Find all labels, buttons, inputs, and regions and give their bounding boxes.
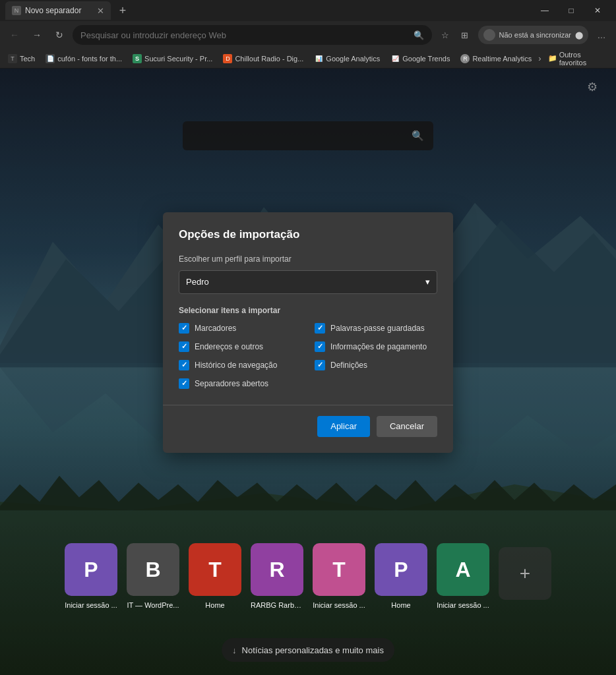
checkbox-marcadores-label: Marcadores xyxy=(195,324,236,333)
minimize-button[interactable]: — xyxy=(532,1,558,20)
bookmark-trends-label: Google Trends xyxy=(402,55,450,63)
bookmarks-others-folder[interactable]: 📁 Outros favoritos xyxy=(544,51,612,67)
address-search-icon: 🔍 xyxy=(414,30,424,40)
profile-select[interactable]: Pedro ▾ xyxy=(179,270,437,294)
bookmark-cufon[interactable]: 📄 cufón - fonts for th... xyxy=(42,51,126,66)
bookmark-chillout-icon: D xyxy=(223,54,232,63)
sync-avatar xyxy=(483,29,495,41)
speed-dial-item-3[interactable]: R RARBG Rarbg... xyxy=(251,543,303,609)
speed-dial-label-3: RARBG Rarbg... xyxy=(251,601,303,609)
bookmark-sucuri-label: Sucuri Security - Pr... xyxy=(144,55,212,63)
dialog-divider xyxy=(163,405,453,405)
checkbox-separadores-box: ✓ xyxy=(179,378,189,389)
checkbox-definicoes-label: Definições xyxy=(330,361,367,370)
folder-icon: 📁 xyxy=(548,54,557,63)
speed-dial-item-1[interactable]: B IT — WordPre... xyxy=(127,543,179,609)
speed-dial-icon-6: A xyxy=(437,543,489,596)
checkbox-pagamento[interactable]: ✓ Informações de pagamento xyxy=(315,341,437,352)
address-input[interactable] xyxy=(80,30,408,40)
cancel-button[interactable]: Cancelar xyxy=(377,416,437,437)
bookmark-trends[interactable]: 📈 Google Trends xyxy=(386,51,454,66)
bookmark-tech-icon: T xyxy=(8,54,17,63)
bookmark-sucuri[interactable]: S Sucuri Security - Pr... xyxy=(129,51,216,66)
news-arrow-icon: ↓ xyxy=(232,645,237,655)
speed-dial-icon-3: R xyxy=(251,543,303,596)
bookmark-chillout[interactable]: D Chillout Radio - Dig... xyxy=(219,51,307,66)
others-label: Outros favoritos xyxy=(559,51,608,67)
bookmark-analytics[interactable]: 📊 Google Analytics xyxy=(310,51,384,66)
checkbox-enderecos[interactable]: ✓ Endereços e outros xyxy=(179,341,301,352)
tab-close-button[interactable]: ✕ xyxy=(97,6,104,16)
checkbox-definicoes[interactable]: ✓ Definições xyxy=(315,360,437,370)
checkboxes-grid: ✓ Marcadores ✓ Palavras-passe guardadas … xyxy=(179,323,437,389)
profile-value: Pedro xyxy=(186,277,209,287)
checkbox-enderecos-box: ✓ xyxy=(179,341,189,352)
checkbox-pagamento-box: ✓ xyxy=(315,341,325,352)
bookmark-sucuri-icon: S xyxy=(133,54,142,63)
speed-dial-label-2: Home xyxy=(205,601,224,609)
speed-dial-item-6[interactable]: A Iniciar sessão ... xyxy=(437,543,489,609)
sync-label: Não está a sincronizar xyxy=(499,31,571,39)
bookmarks-expand-button[interactable]: › xyxy=(538,53,541,63)
checkbox-palavras-box: ✓ xyxy=(315,323,325,334)
speed-dial-icon-4: T xyxy=(313,543,365,596)
maximize-button[interactable]: □ xyxy=(558,1,584,20)
close-button[interactable]: ✕ xyxy=(584,1,611,20)
browser-tab[interactable]: N Novo separador ✕ xyxy=(5,1,111,20)
import-options-dialog: Opções de importação Escolher um perfil … xyxy=(163,212,453,453)
speed-dial-icon-0: P xyxy=(65,543,117,596)
address-input-wrap[interactable]: 🔍 xyxy=(73,25,432,45)
speed-dial-add[interactable]: + xyxy=(499,547,551,605)
bookmark-tech-label: Tech xyxy=(20,55,35,63)
bookmark-tech[interactable]: T Tech xyxy=(4,51,39,66)
tab-favicon: N xyxy=(12,6,21,15)
bookmark-cufon-label: cufón - fonts for th... xyxy=(57,55,122,63)
speed-dial-label-1: IT — WordPre... xyxy=(127,601,179,609)
speed-dial-item-5[interactable]: P Home xyxy=(375,543,427,609)
checkbox-historico-label: Histórico de navegação xyxy=(195,361,277,370)
more-button[interactable]: … xyxy=(592,26,611,44)
bookmarks-bar: T Tech 📄 cufón - fonts for th... S Sucur… xyxy=(0,49,616,69)
checkbox-historico-box: ✓ xyxy=(179,360,189,370)
profile-select-arrow: ▾ xyxy=(425,277,430,287)
checkbox-pagamento-label: Informações de pagamento xyxy=(330,342,427,351)
refresh-button[interactable]: ↻ xyxy=(50,26,69,44)
address-actions: ☆ ⊞ xyxy=(436,26,474,44)
checkbox-separadores[interactable]: ✓ Separadores abertos xyxy=(179,378,301,389)
sync-button[interactable]: Não está a sincronizar ⬤ xyxy=(478,26,588,44)
speed-dial-item-2[interactable]: T Home xyxy=(189,543,241,609)
profile-section-label: Escolher um perfil para importar xyxy=(179,254,437,264)
bookmark-realtime[interactable]: R Realtime Analytics xyxy=(456,51,536,66)
dialog-actions: Aplicar Cancelar xyxy=(179,416,437,437)
speed-dial-icon-5: P xyxy=(375,543,427,596)
apply-button[interactable]: Aplicar xyxy=(317,416,370,437)
tab-title: Novo separador xyxy=(25,6,90,15)
checkbox-historico[interactable]: ✓ Histórico de navegação xyxy=(179,360,301,370)
address-bar: ← → ↻ 🔍 ☆ ⊞ Não está a sincronizar ⬤ … xyxy=(0,21,616,49)
checkbox-separadores-label: Separadores abertos xyxy=(195,379,268,388)
speed-dial-icon-1: B xyxy=(127,543,179,596)
bookmark-realtime-icon: R xyxy=(460,54,470,63)
speed-dial-label-0: Iniciar sessão ... xyxy=(65,601,117,609)
back-button[interactable]: ← xyxy=(5,26,24,44)
speed-dial: P Iniciar sessão ... B IT — WordPre... T… xyxy=(65,543,551,609)
checkbox-palavras-passe[interactable]: ✓ Palavras-passe guardadas xyxy=(315,323,437,334)
window-controls: — □ ✕ xyxy=(532,1,611,20)
collections-icon[interactable]: ⊞ xyxy=(456,26,474,44)
sync-toggle: ⬤ xyxy=(575,31,583,40)
forward-button[interactable]: → xyxy=(28,26,46,44)
bookmark-chillout-label: Chillout Radio - Dig... xyxy=(235,55,303,63)
checkbox-definicoes-box: ✓ xyxy=(315,360,325,370)
speed-dial-label-6: Iniciar sessão ... xyxy=(437,601,489,609)
bookmark-realtime-label: Realtime Analytics xyxy=(472,55,532,63)
checkbox-marcadores[interactable]: ✓ Marcadores xyxy=(179,323,301,334)
favorites-icon[interactable]: ☆ xyxy=(436,26,454,44)
new-tab-button[interactable]: + xyxy=(113,1,132,20)
news-bar[interactable]: ↓ Notícias personalizadas e muito mais xyxy=(222,638,394,662)
speed-dial-item-0[interactable]: P Iniciar sessão ... xyxy=(65,543,117,609)
speed-dial-icon-2: T xyxy=(189,543,241,596)
speed-dial-item-4[interactable]: T Iniciar sessão ... xyxy=(313,543,365,609)
speed-dial-label-5: Home xyxy=(391,601,410,609)
checkbox-palavras-label: Palavras-passe guardadas xyxy=(330,324,425,333)
checkbox-marcadores-box: ✓ xyxy=(179,323,189,334)
